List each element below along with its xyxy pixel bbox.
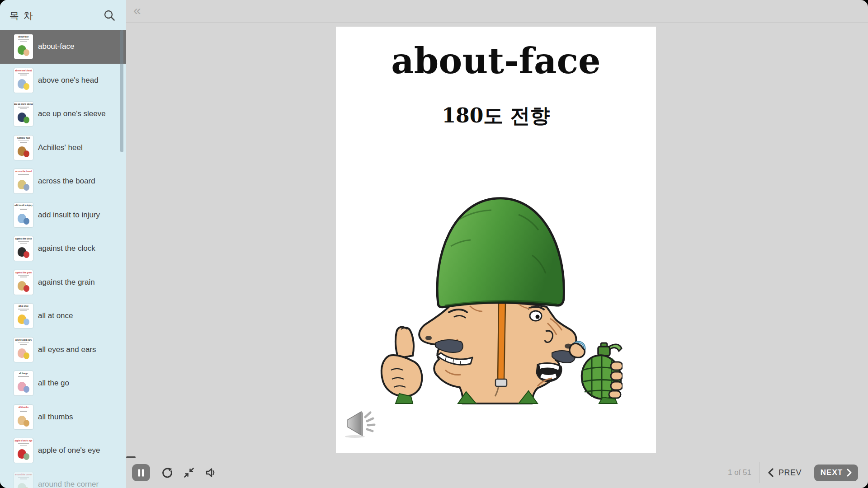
list-item[interactable]: ace up one's sleeve ace up one's sleeve — [0, 97, 126, 131]
list-item-label: all the go — [38, 379, 69, 388]
thumbnail-art — [14, 312, 33, 328]
slide-thumbnail: add insult to injury — [14, 203, 33, 227]
thumbnail-art — [14, 178, 33, 193]
slide-thumbnail: around the corner — [14, 472, 33, 488]
fit-to-screen-button[interactable] — [184, 467, 194, 478]
list-item-label: apple of one's eye — [38, 446, 100, 455]
thumbnail-text-line — [20, 142, 27, 143]
thumbnail-art — [14, 346, 33, 361]
thumbnail-text-line — [20, 41, 27, 42]
thumbnail-text-line — [20, 243, 27, 244]
list-item-label: against the clock — [38, 244, 95, 253]
thumbnail-text-line — [20, 479, 27, 479]
thumbnail-title: around the corner — [14, 474, 33, 476]
thumbnail-title: Achilles' heel — [14, 137, 33, 140]
speaker-icon[interactable] — [341, 409, 379, 439]
replay-button[interactable] — [162, 467, 173, 478]
thumbnail-title: apple of one's eye — [14, 440, 33, 442]
thumbnail-text-line — [18, 376, 29, 377]
thumbnail-title: all thumbs — [14, 406, 33, 409]
slide-thumbnail: apple of one's eye — [14, 438, 33, 463]
chevron-right-icon — [847, 469, 852, 477]
list-item[interactable]: apple of one's eye apple of one's eye — [0, 434, 126, 468]
list-item[interactable]: against the clock against the clock — [0, 232, 126, 266]
volume-button[interactable] — [205, 467, 216, 478]
prev-button-label: PREV — [778, 468, 802, 478]
thumbnail-title: above one's head — [14, 70, 33, 72]
thumbnail-art — [14, 43, 33, 58]
thumbnail-title: about-face — [14, 36, 33, 38]
volume-icon — [205, 467, 216, 478]
thumbnail-title: all at once — [14, 305, 33, 308]
thumbnail-text-line — [18, 141, 29, 141]
thumbnail-text-line — [18, 443, 29, 444]
thumbnail-text-line — [18, 410, 29, 411]
slide-thumbnail: ace up one's sleeve — [14, 102, 33, 126]
list-item-label: add insult to injury — [38, 211, 100, 220]
list-item[interactable]: across the board across the board — [0, 164, 126, 198]
list-item[interactable]: above one's head above one's head — [0, 64, 126, 98]
sidebar-header: 목 차 — [0, 0, 126, 30]
thumbnail-text-line — [20, 108, 27, 109]
thumbnail-title: all the go — [14, 372, 33, 375]
sidebar-resize-handle[interactable] — [126, 456, 136, 458]
next-button-label: NEXT — [821, 468, 843, 477]
thumbnail-text-line — [18, 309, 29, 310]
thumbnail-text-line — [20, 411, 27, 412]
collapse-sidebar-icon[interactable]: « — [133, 2, 141, 19]
list-item-label: around the corner — [38, 480, 99, 488]
slide-canvas: about-face 180도 전향 — [336, 27, 656, 453]
list-item[interactable]: against the grain against the grain — [0, 266, 126, 300]
thumbnail-text-line — [18, 39, 29, 40]
list-item-label: ace up one's sleeve — [38, 109, 106, 118]
list-item-label: Achilles' heel — [38, 143, 83, 152]
pause-button[interactable] — [132, 464, 150, 481]
list-item[interactable]: all eyes and ears all eyes and ears — [0, 333, 126, 367]
thumbnail-art — [14, 481, 33, 488]
slide-thumbnail: against the grain — [14, 270, 33, 295]
slide-thumbnail: all the go — [14, 371, 33, 395]
thumbnail-art — [14, 245, 33, 260]
list-item[interactable]: Achilles' heel Achilles' heel — [0, 131, 126, 165]
soldier-cartoon-illustration — [369, 188, 623, 404]
sidebar-title: 목 차 — [9, 9, 34, 22]
slide-subtitle: 180도 전향 — [336, 103, 656, 129]
thumbnail-text-line — [18, 275, 29, 276]
thumbnail-art — [14, 279, 33, 294]
thumbnail-art — [14, 110, 33, 126]
thumbnail-text-line — [18, 343, 29, 343]
list-item[interactable]: add insult to injury add insult to injur… — [0, 198, 126, 232]
thumbnail-title: all eyes and ears — [14, 339, 33, 342]
slide-title: about-face — [336, 40, 656, 81]
thumbnail-text-line — [18, 208, 29, 209]
search-icon[interactable] — [103, 9, 116, 22]
stage-topbar: « — [126, 0, 868, 23]
list-item[interactable]: about-face about-face — [0, 30, 126, 64]
thumbnail-title: against the clock — [14, 238, 33, 240]
list-item-label: all thumbs — [38, 413, 73, 422]
pause-icon — [137, 469, 145, 477]
thumbnail-art — [14, 413, 33, 429]
list-item[interactable]: all thumbs all thumbs — [0, 400, 126, 434]
prev-button[interactable]: PREV — [768, 468, 802, 478]
list-item[interactable]: all at once all at once — [0, 299, 126, 333]
page-indicator: 1 of 51 — [728, 468, 751, 477]
next-button[interactable]: NEXT — [814, 465, 858, 481]
playback-toolbar: 1 of 51 PREV NEXT — [126, 457, 868, 488]
list-item[interactable]: all the go all the go — [0, 366, 126, 400]
list-item-label: across the board — [38, 177, 95, 186]
sidebar-scrollbar[interactable] — [120, 30, 123, 152]
list-item-label: about-face — [38, 42, 74, 51]
thumbnail-text-line — [18, 174, 29, 175]
slide-thumbnail: all at once — [14, 304, 33, 328]
toolbar-right-group: 1 of 51 PREV NEXT — [728, 462, 858, 483]
thumbnail-text-line — [20, 176, 27, 177]
thumbnail-art — [14, 144, 33, 160]
thumbnail-title: add insult to injury — [14, 204, 33, 207]
replay-icon — [162, 467, 173, 478]
fit-to-screen-icon — [184, 468, 194, 478]
thumbnail-title: against the grain — [14, 272, 33, 274]
slide-thumbnail: above one's head — [14, 68, 33, 93]
list-item[interactable]: around the corner around the corner — [0, 468, 126, 488]
table-of-contents: about-face about-face above one's head a… — [0, 30, 126, 488]
